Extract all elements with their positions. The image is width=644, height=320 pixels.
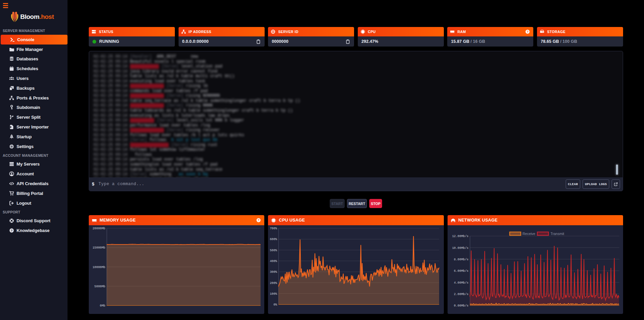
svg-text:Receive: Receive — [522, 232, 535, 236]
svg-text:0Mb: 0Mb — [100, 304, 105, 308]
svg-text:6.00Mb/s: 6.00Mb/s — [454, 269, 468, 273]
svg-text:200%: 200% — [270, 282, 277, 285]
svg-text:400%: 400% — [270, 260, 277, 263]
svg-text:15000Mb: 15000Mb — [92, 246, 105, 250]
svg-text:20000Mb: 20000Mb — [92, 227, 105, 230]
svg-text:5000Mb: 5000Mb — [95, 285, 105, 288]
svg-text:300%: 300% — [270, 270, 277, 274]
svg-text:?: ? — [527, 30, 529, 33]
svg-text:12.00Mb/s: 12.00Mb/s — [452, 235, 468, 238]
svg-text:2.00Mb/s: 2.00Mb/s — [454, 293, 468, 296]
svg-text:700%: 700% — [270, 227, 277, 230]
svg-text:600%: 600% — [270, 238, 277, 241]
svg-text:8.00Mb/s: 8.00Mb/s — [454, 258, 468, 261]
svg-text:10.00Mb/s: 10.00Mb/s — [452, 246, 468, 250]
svg-text:100%: 100% — [270, 292, 277, 296]
svg-text:0.00Mb/s: 0.00Mb/s — [454, 304, 468, 308]
svg-text:4.00Mb/s: 4.00Mb/s — [454, 281, 468, 285]
svg-text:500%: 500% — [270, 249, 277, 252]
svg-text:Transmit: Transmit — [551, 232, 564, 236]
svg-text:?: ? — [11, 229, 12, 232]
svg-text:0%: 0% — [274, 303, 277, 307]
svg-text:10000Mb: 10000Mb — [92, 266, 105, 269]
